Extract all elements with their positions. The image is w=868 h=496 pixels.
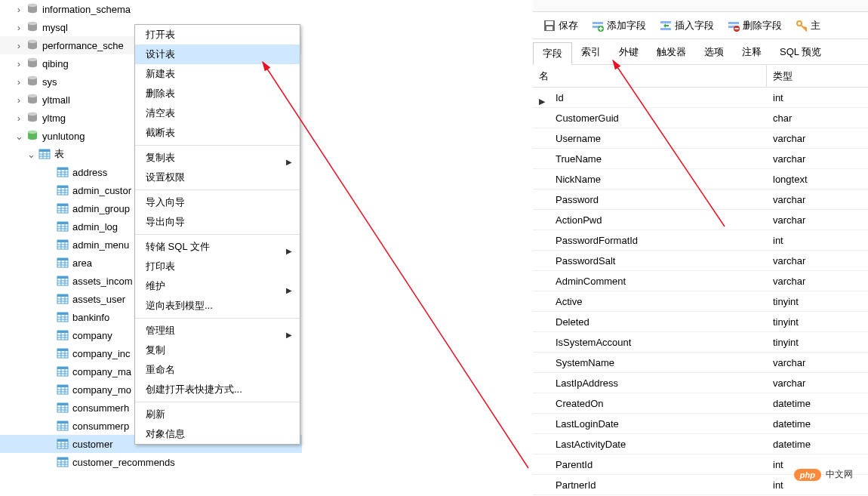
field-type[interactable]: varchar	[767, 357, 868, 368]
expander-icon[interactable]: ›	[14, 40, 24, 51]
field-row[interactable]: Id▶int	[533, 88, 868, 108]
tree-table[interactable]: customer_recommends	[0, 453, 302, 471]
expander-icon[interactable]: ⌄	[26, 149, 36, 160]
field-row[interactable]: PasswordSaltvarchar	[533, 251, 868, 271]
tab-字段[interactable]: 字段	[533, 42, 572, 65]
field-type[interactable]: datetime	[767, 398, 868, 409]
field-type[interactable]: varchar	[767, 255, 868, 266]
field-name[interactable]: Active	[533, 296, 767, 307]
field-name[interactable]: SystemName	[533, 357, 767, 368]
field-row[interactable]: TrueNamevarchar	[533, 149, 868, 169]
expander-icon[interactable]: ›	[14, 58, 24, 69]
field-row[interactable]: Activetinyint	[533, 291, 868, 312]
field-type[interactable]: tinyint	[767, 337, 868, 348]
context-menu-item[interactable]: 导入向导	[135, 193, 300, 212]
field-row[interactable]: Usernamevarchar	[533, 128, 868, 149]
context-menu-item[interactable]: 刷新	[135, 405, 300, 424]
context-menu-item[interactable]: 逆向表到模型...	[135, 296, 300, 316]
expander-icon[interactable]: ⌄	[14, 131, 24, 142]
field-name[interactable]: PasswordFormatId	[533, 235, 767, 246]
field-name[interactable]: AdminComment	[533, 276, 767, 287]
field-row[interactable]: LastActivityDatedatetime	[533, 434, 868, 454]
field-row[interactable]: ActionPwdvarchar	[533, 210, 868, 230]
context-menu-item[interactable]: 转储 SQL 文件▶	[135, 237, 300, 257]
field-name[interactable]: LastActivityDate	[533, 439, 767, 450]
field-name[interactable]: CreatedOn	[533, 398, 767, 409]
tree-database[interactable]: ›information_schema	[0, 0, 302, 18]
field-type[interactable]: longtext	[767, 174, 868, 185]
field-row[interactable]: CustomerGuidchar	[533, 108, 868, 128]
field-row[interactable]: NickNamelongtext	[533, 169, 868, 189]
field-name[interactable]: TrueName	[533, 153, 767, 165]
field-name[interactable]: PartnerId	[533, 479, 767, 491]
field-type[interactable]: varchar	[767, 276, 868, 287]
field-type[interactable]: datetime	[767, 418, 868, 430]
tab-外键[interactable]: 外键	[610, 39, 648, 64]
field-type[interactable]: tinyint	[767, 296, 868, 307]
context-menu-item[interactable]: 创建打开表快捷方式...	[135, 380, 300, 399]
delete-field-button[interactable]: 删除字段	[722, 14, 788, 37]
field-type[interactable]: varchar	[767, 153, 868, 165]
context-menu-item[interactable]: 重命名	[135, 360, 300, 380]
field-name[interactable]: ActionPwd	[533, 214, 767, 226]
expander-icon[interactable]: ›	[14, 76, 24, 88]
field-row[interactable]: SystemNamevarchar	[533, 353, 868, 373]
field-name[interactable]: CustomerGuid	[533, 112, 767, 124]
field-name[interactable]: NickName	[533, 174, 767, 185]
field-name[interactable]: Username	[533, 133, 767, 144]
field-type[interactable]: varchar	[767, 194, 868, 205]
tab-注释[interactable]: 注释	[733, 39, 771, 64]
column-header-name[interactable]: 名	[533, 65, 767, 87]
tab-选项[interactable]: 选项	[695, 39, 733, 64]
primary-key-button[interactable]: 主	[790, 14, 826, 37]
field-row[interactable]: AdminCommentvarchar	[533, 271, 868, 291]
add-field-button[interactable]: 添加字段	[586, 14, 652, 37]
context-menu-item[interactable]: 设计表	[135, 45, 300, 64]
field-name[interactable]: LastIpAddress	[533, 377, 767, 389]
context-menu-item[interactable]: 设置权限	[135, 168, 300, 187]
context-menu-item[interactable]: 新建表	[135, 64, 300, 84]
tab-触发器[interactable]: 触发器	[648, 39, 695, 64]
context-menu-item[interactable]: 导出向导	[135, 212, 300, 232]
field-name[interactable]: LastLoginDate	[533, 418, 767, 430]
expander-icon[interactable]: ›	[14, 4, 24, 15]
column-header-type[interactable]: 类型	[767, 65, 868, 87]
context-menu-item[interactable]: 复制表▶	[135, 148, 300, 168]
field-name[interactable]: ParentId	[533, 459, 767, 470]
field-type[interactable]: varchar	[767, 377, 868, 389]
context-menu[interactable]: 打开表设计表新建表删除表清空表截断表复制表▶设置权限导入向导导出向导转储 SQL…	[134, 24, 300, 445]
field-name[interactable]: IsSystemAccount	[533, 337, 767, 348]
field-name[interactable]: Deleted	[533, 316, 767, 328]
field-type[interactable]: int	[767, 235, 868, 246]
field-type[interactable]: tinyint	[767, 316, 868, 328]
context-menu-item[interactable]: 清空表	[135, 103, 300, 123]
insert-field-button[interactable]: 插入字段	[654, 14, 720, 37]
context-menu-item[interactable]: 维护▶	[135, 276, 300, 296]
field-row[interactable]: CreatedOndatetime	[533, 393, 868, 414]
field-row[interactable]: Deletedtinyint	[533, 312, 868, 332]
field-name[interactable]: Password	[533, 194, 767, 205]
field-row[interactable]: LastIpAddressvarchar	[533, 373, 868, 393]
field-name[interactable]: PasswordSalt	[533, 255, 767, 266]
context-menu-item[interactable]: 打开表	[135, 25, 300, 45]
context-menu-item[interactable]: 复制	[135, 340, 300, 360]
field-name[interactable]: Id▶	[533, 92, 767, 103]
field-type[interactable]: int	[767, 92, 868, 103]
context-menu-item[interactable]: 对象信息	[135, 424, 300, 444]
tab-SQL 预览[interactable]: SQL 预览	[771, 39, 830, 64]
field-type[interactable]: char	[767, 112, 868, 124]
field-type[interactable]: varchar	[767, 133, 868, 144]
field-row[interactable]: LastLoginDatedatetime	[533, 414, 868, 434]
field-row[interactable]: PasswordFormatIdint	[533, 230, 868, 251]
expander-icon[interactable]: ›	[14, 94, 24, 106]
field-row[interactable]: Passwordvarchar	[533, 189, 868, 210]
context-menu-item[interactable]: 删除表	[135, 84, 300, 103]
expander-icon[interactable]: ›	[14, 112, 24, 124]
tab-索引[interactable]: 索引	[572, 39, 610, 64]
context-menu-item[interactable]: 打印表	[135, 257, 300, 276]
context-menu-item[interactable]: 管理组▶	[135, 321, 300, 340]
field-type[interactable]: datetime	[767, 439, 868, 450]
field-type[interactable]: varchar	[767, 214, 868, 226]
context-menu-item[interactable]: 截断表	[135, 123, 300, 143]
save-button[interactable]: 保存	[537, 14, 584, 37]
